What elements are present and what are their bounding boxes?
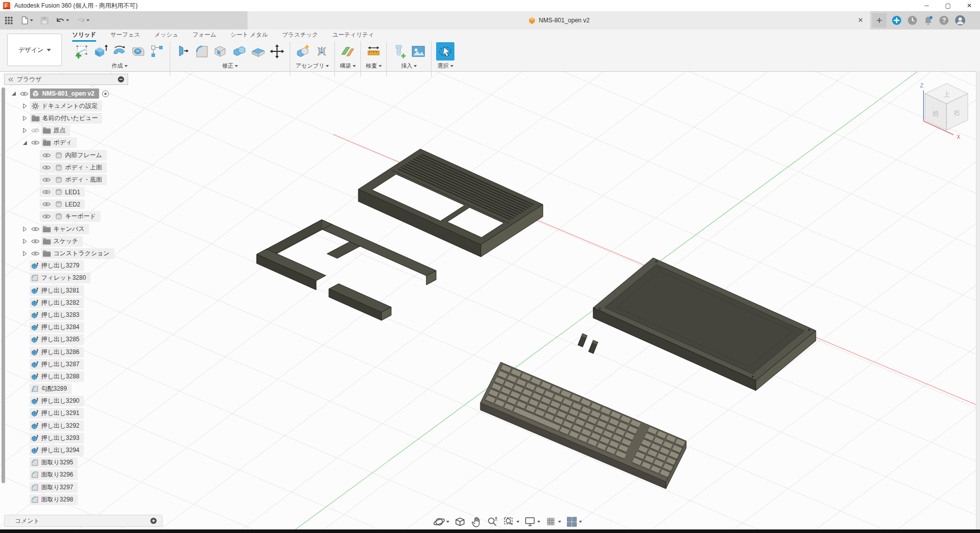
display-settings-button[interactable] [524, 516, 540, 528]
redo-button[interactable] [75, 15, 90, 25]
panel-remove-icon[interactable] [117, 76, 125, 83]
ribbon-tab-メッシュ[interactable]: メッシュ [155, 31, 178, 42]
group-label[interactable]: 検査 [366, 62, 382, 70]
ribbon-tab-シート メタル[interactable]: シート メタル [231, 31, 268, 42]
insert-canvas-button[interactable] [410, 43, 426, 60]
tree-row[interactable]: 押し出し3287 [29, 358, 128, 370]
tree-row[interactable]: ボディ・底面 [40, 173, 128, 186]
file-new-button[interactable] [19, 15, 34, 26]
shell-button[interactable] [212, 43, 229, 60]
minimize-button[interactable]: ─ [916, 0, 937, 11]
tree-row[interactable]: キャンバス [21, 223, 128, 235]
new-component-button[interactable] [295, 43, 311, 60]
ribbon-tab-サーフェス[interactable]: サーフェス [110, 31, 140, 42]
orbit-button[interactable] [433, 516, 449, 528]
visibility-on-icon[interactable] [19, 91, 29, 97]
expander-open-icon[interactable] [21, 140, 28, 145]
fit-button[interactable] [503, 516, 519, 528]
pattern-button[interactable] [149, 43, 165, 60]
app-grid-button[interactable] [3, 15, 14, 26]
expander-closed-icon[interactable] [21, 115, 28, 121]
visibility-on-icon[interactable] [41, 189, 51, 195]
visibility-on-icon[interactable] [30, 251, 40, 256]
expander-closed-icon[interactable] [21, 251, 28, 256]
add-comment-icon[interactable] [150, 517, 157, 524]
comment-bar[interactable]: コメント [4, 515, 163, 527]
tree-row[interactable]: 面取り3298 [29, 493, 128, 506]
visibility-on-icon[interactable] [30, 239, 40, 244]
viewport-scrollbar[interactable] [976, 71, 980, 529]
expander-closed-icon[interactable] [21, 103, 28, 109]
tree-row[interactable]: 押し出し3291 [29, 407, 128, 420]
create-sketch-button[interactable] [74, 43, 90, 60]
move-button[interactable] [269, 43, 285, 60]
ribbon-tab-ユーティリティ[interactable]: ユーティリティ [332, 31, 374, 42]
visibility-on-icon[interactable] [30, 140, 40, 145]
tree-row[interactable]: 押し出し3282 [29, 297, 128, 309]
collapse-panel-icon[interactable] [8, 77, 14, 82]
tree-row[interactable]: スケッチ [21, 235, 128, 247]
expander-closed-icon[interactable] [21, 239, 28, 244]
extrude-button[interactable] [93, 43, 109, 60]
tab-close-icon[interactable]: ✕ [856, 16, 865, 25]
workspace-selector[interactable]: デザイン [7, 34, 62, 66]
extensions-button[interactable] [892, 15, 902, 25]
tree-row[interactable]: NMS-801_open v2 [10, 87, 128, 100]
profile-button[interactable] [955, 15, 966, 26]
tree-row[interactable]: 押し出し3292 [29, 420, 128, 432]
expander-open-icon[interactable] [10, 91, 17, 96]
tree-row[interactable]: 押し出し3286 [29, 346, 128, 358]
group-label[interactable]: 修正 [222, 62, 238, 70]
tree-row[interactable]: 押し出し3279 [29, 260, 128, 272]
tree-row[interactable]: 面取り3297 [29, 481, 128, 493]
visibility-on-icon[interactable] [41, 214, 51, 219]
ribbon-tab-プラスチック[interactable]: プラスチック [282, 31, 318, 42]
look-at-button[interactable] [454, 516, 466, 528]
viewcube-top-label[interactable]: 上 [943, 91, 950, 98]
tree-row[interactable]: フィレット3280 [29, 272, 128, 284]
joint-button[interactable] [314, 43, 330, 60]
viewcube-front-label[interactable]: 前 [932, 110, 939, 117]
group-label[interactable]: 構築 [340, 62, 356, 70]
group-label[interactable]: 挿入 [401, 62, 417, 70]
tree-row[interactable]: 押し出し3284 [29, 321, 128, 334]
tree-row[interactable]: 押し出し3294 [29, 444, 128, 456]
tree-row[interactable]: 面取り3295 [29, 457, 128, 469]
measure-button[interactable] [365, 43, 382, 60]
tree-row[interactable]: 原点 [21, 125, 128, 137]
tree-row[interactable]: キーボード [40, 211, 128, 223]
view-cube[interactable]: 上 前 右 Z X [915, 77, 979, 143]
tree-row[interactable]: 勾配3289 [29, 383, 128, 395]
tree-row[interactable]: 押し出し3288 [29, 370, 128, 382]
maximize-button[interactable]: ▢ [937, 0, 959, 11]
visibility-on-icon[interactable] [41, 201, 51, 207]
revolve-button[interactable] [111, 43, 128, 60]
ribbon-tab-フォーム[interactable]: フォーム [193, 31, 217, 42]
hole-button[interactable] [130, 43, 146, 60]
tree-row[interactable]: ドキュメントの設定 [21, 100, 128, 112]
tree-row[interactable]: ボディ [21, 137, 128, 149]
tree-row[interactable]: LED2 [40, 198, 128, 211]
notifications-button[interactable] [923, 15, 933, 25]
visibility-on-icon[interactable] [41, 153, 51, 158]
job-status-button[interactable] [907, 15, 917, 25]
save-button[interactable] [39, 15, 50, 26]
close-button[interactable]: ✕ [959, 0, 980, 11]
expander-closed-icon[interactable] [21, 128, 28, 133]
group-label[interactable]: 作成 [112, 62, 128, 70]
add-tab-button[interactable] [872, 13, 886, 27]
viewcube-right-label[interactable]: 右 [954, 109, 960, 116]
visibility-on-icon[interactable] [30, 226, 40, 232]
construct-plane-button[interactable] [340, 43, 356, 60]
tree-row[interactable]: 押し出し3293 [29, 432, 128, 444]
insert-part-button[interactable] [391, 43, 408, 60]
combine-button[interactable] [231, 43, 248, 60]
tree-row[interactable]: 押し出し3290 [29, 395, 128, 407]
tree-row[interactable]: コンストラクション [21, 247, 128, 259]
visibility-on-icon[interactable] [41, 165, 51, 170]
help-button[interactable]: ? [939, 15, 949, 25]
visibility-on-icon[interactable] [41, 177, 51, 183]
fillet-button[interactable] [194, 43, 210, 60]
active-component-radio[interactable] [102, 90, 109, 98]
grid-display-button[interactable] [545, 516, 561, 528]
